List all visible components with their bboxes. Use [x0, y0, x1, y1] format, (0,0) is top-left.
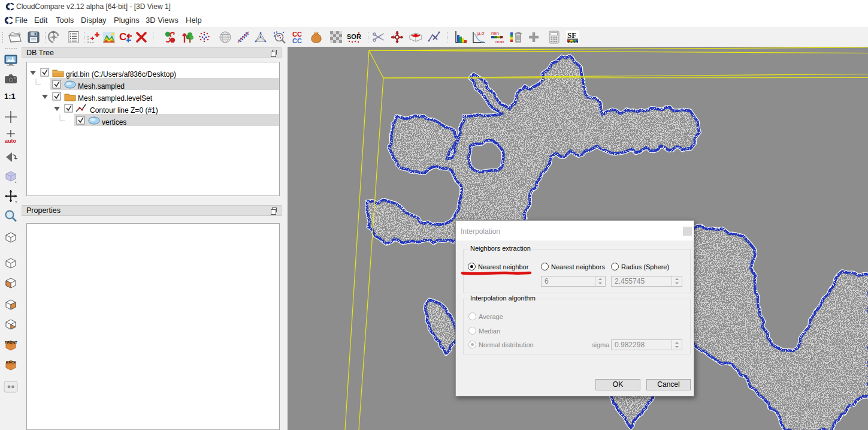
svg-text:max: max — [495, 39, 504, 44]
svg-text:auto: auto — [5, 138, 17, 144]
svg-text:1:1: 1:1 — [4, 92, 16, 101]
svg-text:BACK: BACK — [6, 360, 17, 364]
svg-text:C: C — [119, 31, 126, 43]
svg-text:CC: CC — [292, 37, 302, 44]
svg-text:FRONT: FRONT — [5, 341, 17, 344]
svg-text:min: min — [491, 31, 499, 36]
svg-text:SOR: SOR — [347, 33, 361, 40]
svg-text:μ,σ: μ,σ — [477, 31, 485, 36]
